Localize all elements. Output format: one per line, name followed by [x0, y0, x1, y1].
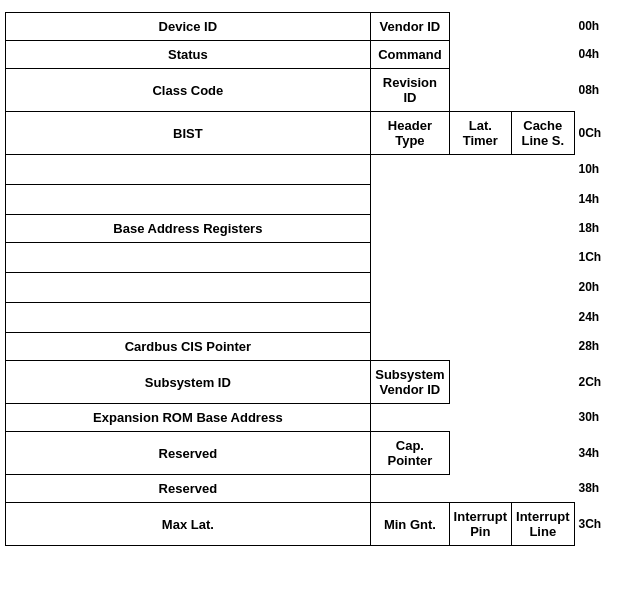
- table-row: [5, 185, 574, 215]
- table-row: Device IDVendor ID: [5, 13, 574, 41]
- table-row: [5, 273, 574, 303]
- table-row: BISTHeader TypeLat. TimerCache Line S.: [5, 112, 574, 155]
- register-cell: Lat. Timer: [449, 112, 511, 155]
- register-cell: Subsystem ID: [5, 361, 371, 404]
- address-label: 00h: [575, 12, 617, 40]
- register-cell: BIST: [5, 112, 371, 155]
- address-label: 2Ch: [575, 360, 617, 403]
- register-cell: Base Address Registers: [5, 215, 371, 243]
- register-cell: Header Type: [371, 112, 449, 155]
- table-row: Expansion ROM Base Address: [5, 404, 574, 432]
- register-cell: Max Lat.: [5, 503, 371, 546]
- address-label: 1Ch: [575, 242, 617, 272]
- table-row: Cardbus CIS Pointer: [5, 333, 574, 361]
- address-label: 3Ch: [575, 502, 617, 545]
- address-label: 0Ch: [575, 111, 617, 154]
- table-row: StatusCommand: [5, 41, 574, 69]
- address-label: 08h: [575, 68, 617, 111]
- register-cell: [5, 185, 371, 215]
- address-label: 30h: [575, 403, 617, 431]
- register-cell: Expansion ROM Base Address: [5, 404, 371, 432]
- register-cell: Subsystem Vendor ID: [371, 361, 449, 404]
- table-row: [5, 155, 574, 185]
- table-row: Subsystem IDSubsystem Vendor ID: [5, 361, 574, 404]
- table-row: Base Address Registers: [5, 215, 574, 243]
- register-cell: Cardbus CIS Pointer: [5, 333, 371, 361]
- register-cell: Cache Line S.: [512, 112, 574, 155]
- address-label: 34h: [575, 431, 617, 474]
- register-cell: [5, 273, 371, 303]
- register-cell: Interrupt Line: [512, 503, 574, 546]
- table-row: [5, 303, 574, 333]
- address-label: 28h: [575, 332, 617, 360]
- address-label: 20h: [575, 272, 617, 302]
- register-cell: Revision ID: [371, 69, 449, 112]
- register-cell: Class Code: [5, 69, 371, 112]
- pci-register-map: Device IDVendor IDStatusCommandClass Cod…: [5, 10, 617, 546]
- register-table: Device IDVendor IDStatusCommandClass Cod…: [5, 12, 575, 546]
- register-cell: [5, 155, 371, 185]
- address-label: 14h: [575, 184, 617, 214]
- table-row: [5, 243, 574, 273]
- address-label: 04h: [575, 40, 617, 68]
- table-row: Reserved: [5, 475, 574, 503]
- register-cell: Status: [5, 41, 371, 69]
- address-label: 38h: [575, 474, 617, 502]
- address-label: 10h: [575, 154, 617, 184]
- register-cell: Vendor ID: [371, 13, 449, 41]
- register-cell: [5, 243, 371, 273]
- register-cell: Min Gnt.: [371, 503, 449, 546]
- table-row: Class CodeRevision ID: [5, 69, 574, 112]
- register-table-wrapper: Device IDVendor IDStatusCommandClass Cod…: [5, 12, 617, 546]
- register-cell: Reserved: [5, 432, 371, 475]
- register-cell: Command: [371, 41, 449, 69]
- register-cell: Device ID: [5, 13, 371, 41]
- address-column: 00h04h08h0Ch10h14h18h1Ch20h24h28h2Ch30h3…: [575, 12, 617, 546]
- address-label: 18h: [575, 214, 617, 242]
- address-label: 24h: [575, 302, 617, 332]
- register-cell: Interrupt Pin: [449, 503, 511, 546]
- register-cell: Reserved: [5, 475, 371, 503]
- register-cell: Cap. Pointer: [371, 432, 449, 475]
- register-cell: [5, 303, 371, 333]
- table-row: ReservedCap. Pointer: [5, 432, 574, 475]
- table-row: Max Lat.Min Gnt.Interrupt PinInterrupt L…: [5, 503, 574, 546]
